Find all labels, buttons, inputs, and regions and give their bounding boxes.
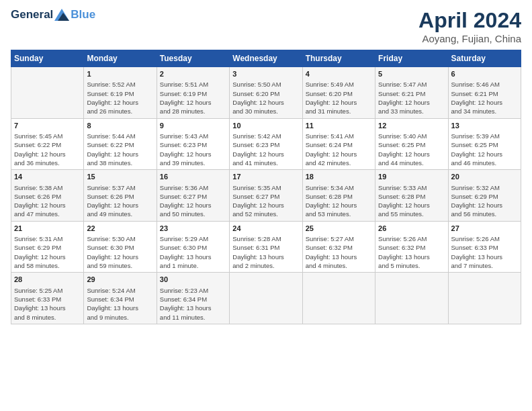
cell-2-6: 20Sunrise: 5:32 AMSunset: 6:29 PMDayligh… [448,170,521,222]
day-number: 6 [451,69,518,79]
day-number: 4 [306,69,372,79]
day-number: 21 [14,224,81,234]
col-wednesday: Wednesday [230,50,302,67]
day-info: Sunrise: 5:44 AMSunset: 6:22 PMDaylight:… [87,132,153,167]
cell-2-2: 16Sunrise: 5:36 AMSunset: 6:27 PMDayligh… [157,170,229,222]
cell-2-1: 15Sunrise: 5:37 AMSunset: 6:26 PMDayligh… [84,170,157,222]
day-number: 7 [14,121,81,131]
day-info: Sunrise: 5:51 AMSunset: 6:19 PMDaylight:… [160,80,226,116]
week-row-3: 21Sunrise: 5:31 AMSunset: 6:29 PMDayligh… [11,221,521,273]
cell-4-6 [448,273,521,324]
cell-3-3: 24Sunrise: 5:28 AMSunset: 6:31 PMDayligh… [230,221,302,273]
cell-3-0: 21Sunrise: 5:31 AMSunset: 6:29 PMDayligh… [11,221,84,273]
day-number: 16 [160,172,226,182]
main-title: April 2024 [418,8,521,33]
day-info: Sunrise: 5:45 AMSunset: 6:22 PMDaylight:… [14,132,81,167]
day-number: 26 [378,224,445,234]
day-number: 5 [378,69,445,79]
day-number: 24 [232,224,299,234]
day-info: Sunrise: 5:50 AMSunset: 6:20 PMDaylight:… [232,80,299,116]
day-info: Sunrise: 5:42 AMSunset: 6:23 PMDaylight:… [232,132,299,167]
logo-icon [54,9,69,21]
page: General Blue April 2024 Aoyang, Fujian, … [0,0,532,411]
day-number: 2 [160,69,226,79]
cell-0-1: 1Sunrise: 5:52 AMSunset: 6:19 PMDaylight… [84,67,157,119]
cell-0-0 [11,67,84,119]
cell-1-1: 8Sunrise: 5:44 AMSunset: 6:22 PMDaylight… [84,118,157,170]
cell-0-4: 4Sunrise: 5:49 AMSunset: 6:20 PMDaylight… [302,67,375,119]
day-number: 12 [378,121,445,131]
day-info: Sunrise: 5:29 AMSunset: 6:30 PMDaylight:… [160,234,226,270]
logo-blue: Blue [71,8,95,21]
day-number: 8 [87,121,153,131]
day-number: 9 [160,121,226,131]
cell-4-0: 28Sunrise: 5:25 AMSunset: 6:33 PMDayligh… [11,273,84,324]
week-row-2: 14Sunrise: 5:38 AMSunset: 6:26 PMDayligh… [11,170,521,222]
day-info: Sunrise: 5:36 AMSunset: 6:27 PMDaylight:… [160,183,226,219]
logo-general: General [11,8,53,21]
day-info: Sunrise: 5:33 AMSunset: 6:28 PMDaylight:… [378,183,445,219]
day-number: 30 [160,275,226,285]
day-info: Sunrise: 5:39 AMSunset: 6:25 PMDaylight:… [451,132,518,167]
day-info: Sunrise: 5:25 AMSunset: 6:33 PMDaylight:… [14,286,81,322]
day-number: 19 [378,172,445,182]
header-row: Sunday Monday Tuesday Wednesday Thursday… [11,50,521,67]
day-info: Sunrise: 5:43 AMSunset: 6:23 PMDaylight:… [160,132,226,167]
cell-3-6: 27Sunrise: 5:26 AMSunset: 6:33 PMDayligh… [448,221,521,273]
day-number: 1 [87,69,153,79]
subtitle: Aoyang, Fujian, China [418,33,521,44]
col-saturday: Saturday [448,50,521,67]
week-row-4: 28Sunrise: 5:25 AMSunset: 6:33 PMDayligh… [11,273,521,324]
cell-2-4: 18Sunrise: 5:34 AMSunset: 6:28 PMDayligh… [302,170,375,222]
cell-0-6: 6Sunrise: 5:46 AMSunset: 6:21 PMDaylight… [448,67,521,119]
week-row-0: 1Sunrise: 5:52 AMSunset: 6:19 PMDaylight… [11,67,521,119]
title-block: April 2024 Aoyang, Fujian, China [418,8,521,44]
header: General Blue April 2024 Aoyang, Fujian, … [11,8,521,44]
day-info: Sunrise: 5:34 AMSunset: 6:28 PMDaylight:… [306,183,372,219]
day-number: 20 [451,172,518,182]
day-info: Sunrise: 5:24 AMSunset: 6:34 PMDaylight:… [87,286,153,322]
day-number: 23 [160,224,226,234]
day-info: Sunrise: 5:37 AMSunset: 6:26 PMDaylight:… [87,183,153,219]
day-info: Sunrise: 5:23 AMSunset: 6:34 PMDaylight:… [160,286,226,322]
cell-2-3: 17Sunrise: 5:35 AMSunset: 6:27 PMDayligh… [230,170,302,222]
day-info: Sunrise: 5:26 AMSunset: 6:32 PMDaylight:… [378,234,445,270]
cell-0-2: 2Sunrise: 5:51 AMSunset: 6:19 PMDaylight… [157,67,229,119]
cell-4-4 [302,273,375,324]
day-number: 27 [451,224,518,234]
cell-1-4: 11Sunrise: 5:41 AMSunset: 6:24 PMDayligh… [302,118,375,170]
cell-3-5: 26Sunrise: 5:26 AMSunset: 6:32 PMDayligh… [375,221,448,273]
cell-3-2: 23Sunrise: 5:29 AMSunset: 6:30 PMDayligh… [157,221,229,273]
cell-4-5 [375,273,448,324]
day-number: 11 [306,121,372,131]
calendar-table: Sunday Monday Tuesday Wednesday Thursday… [11,50,521,324]
cell-1-2: 9Sunrise: 5:43 AMSunset: 6:23 PMDaylight… [157,118,229,170]
cell-2-0: 14Sunrise: 5:38 AMSunset: 6:26 PMDayligh… [11,170,84,222]
day-info: Sunrise: 5:32 AMSunset: 6:29 PMDaylight:… [451,183,518,219]
col-friday: Friday [375,50,448,67]
day-info: Sunrise: 5:40 AMSunset: 6:25 PMDaylight:… [378,132,445,167]
week-row-1: 7Sunrise: 5:45 AMSunset: 6:22 PMDaylight… [11,118,521,170]
day-info: Sunrise: 5:47 AMSunset: 6:21 PMDaylight:… [378,80,445,116]
logo: General Blue [11,8,95,21]
col-monday: Monday [84,50,157,67]
col-thursday: Thursday [302,50,375,67]
cell-1-0: 7Sunrise: 5:45 AMSunset: 6:22 PMDaylight… [11,118,84,170]
day-info: Sunrise: 5:28 AMSunset: 6:31 PMDaylight:… [232,234,299,270]
day-number: 14 [14,172,81,182]
col-tuesday: Tuesday [157,50,229,67]
day-info: Sunrise: 5:38 AMSunset: 6:26 PMDaylight:… [14,183,81,219]
day-number: 22 [87,224,153,234]
day-number: 28 [14,275,81,285]
day-number: 17 [232,172,299,182]
day-info: Sunrise: 5:41 AMSunset: 6:24 PMDaylight:… [306,132,372,167]
day-number: 29 [87,275,153,285]
cell-3-4: 25Sunrise: 5:27 AMSunset: 6:32 PMDayligh… [302,221,375,273]
cell-1-5: 12Sunrise: 5:40 AMSunset: 6:25 PMDayligh… [375,118,448,170]
cell-4-2: 30Sunrise: 5:23 AMSunset: 6:34 PMDayligh… [157,273,229,324]
day-info: Sunrise: 5:52 AMSunset: 6:19 PMDaylight:… [87,80,153,116]
cell-0-5: 5Sunrise: 5:47 AMSunset: 6:21 PMDaylight… [375,67,448,119]
day-number: 10 [232,121,299,131]
day-number: 25 [306,224,372,234]
day-info: Sunrise: 5:26 AMSunset: 6:33 PMDaylight:… [451,234,518,270]
